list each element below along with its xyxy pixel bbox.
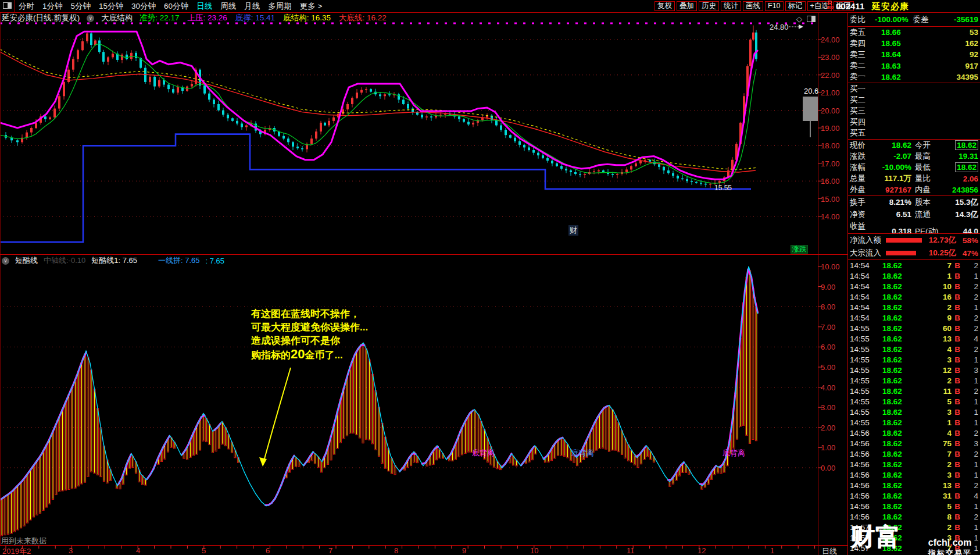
menu-period-3[interactable]: 15分钟: [99, 1, 123, 12]
divergence-label: 底背离: [723, 448, 745, 458]
divergence-label: 底背离: [571, 448, 594, 458]
action-menu: 复权叠加历史统计画线F10标记+自选返回: [654, 1, 854, 11]
last-price-label: 20.6: [804, 87, 818, 95]
chart-title-bar: 延安必康(日线.前复权) ∨ 大底结构 准势: 22.17上压: 23.26底撑…: [2, 13, 387, 23]
subchart-collapse-icon[interactable]: ∨: [2, 257, 9, 265]
indicator-field-0: 准势: 22.17: [140, 13, 179, 23]
menu-period-4[interactable]: 30分钟: [131, 1, 156, 12]
top-menu-bar: 分时1分钟5分钟15分钟30分钟60分钟日线周线月线多周期更多 > 复权叠加历史…: [0, 0, 980, 13]
menu-period-9[interactable]: 多周期: [268, 1, 292, 12]
subchart-axis-field: 中轴线:-0.10: [44, 255, 85, 266]
future-data-note: 用到未来数据: [1, 536, 47, 546]
stock-name: 延安必康: [872, 1, 909, 12]
menu-period-8[interactable]: 月线: [244, 1, 260, 12]
menu-action-4[interactable]: 画线: [743, 1, 763, 11]
diamond-icon[interactable]: ◇: [796, 15, 802, 23]
menu-period-1[interactable]: 1分钟: [42, 1, 63, 12]
menu-action-5[interactable]: F10: [765, 1, 784, 11]
menu-action-3[interactable]: 统计: [721, 1, 741, 11]
chart-corner-icons: ◇: [796, 15, 816, 23]
divergence-label: 底背离: [472, 448, 495, 458]
subchart-header: ∨ 短酷线 中轴线:-0.10 短酷线1: 7.65 一线拼: 7.65 : 7…: [2, 256, 224, 265]
annotation-note: 有这图在蓝线时不操作， 可最大程度避免你误操作... 造成误操作可不是你 购指标…: [251, 307, 368, 362]
menu-action-2[interactable]: 历史: [699, 1, 719, 11]
layout-split-icon[interactable]: [3, 2, 12, 9]
indicator-collapse-icon[interactable]: ∨: [87, 15, 94, 22]
change-toggle-button[interactable]: 涨跌: [791, 245, 808, 254]
subchart-name[interactable]: 短酷线: [15, 255, 38, 266]
stock-code: 002411: [836, 1, 864, 11]
cfchi-logo: 财富池 cfchi.com 指标交易平台: [850, 521, 980, 555]
logo-domain: cfchi.com: [928, 538, 972, 547]
indicator-field-3: 底结构: 16.35: [283, 13, 331, 23]
peak-price-label: 24.80: [770, 23, 789, 31]
menu-period-6[interactable]: 日线: [196, 1, 212, 12]
window-split-icon[interactable]: [807, 16, 816, 22]
menu-period-0[interactable]: 分时: [19, 1, 34, 12]
trading-terminal: 分时1分钟5分钟15分钟30分钟60分钟日线周线月线多周期更多 > 复权叠加历史…: [0, 0, 980, 555]
charts-canvas: [0, 0, 980, 555]
indicator-field-2: 底撑: 15.41: [235, 13, 275, 23]
menu-period-5[interactable]: 60分钟: [164, 1, 188, 12]
logo-subtitle: 指标交易平台: [928, 549, 972, 555]
menu-action-0[interactable]: 复权: [654, 1, 675, 11]
menu-period-2[interactable]: 5分钟: [71, 1, 91, 12]
subchart-field1: 短酷线1: 7.65: [91, 255, 137, 266]
support-price-label: 15.55: [714, 184, 732, 192]
menu-action-6[interactable]: 标记: [785, 1, 806, 11]
subchart-field3: : 7.65: [206, 257, 225, 265]
menu-divider: [14, 0, 15, 12]
indicator-field-4: 大底线: 16.22: [339, 13, 387, 23]
menu-period-7[interactable]: 周线: [220, 1, 236, 12]
period-menu: 分时1分钟5分钟15分钟30分钟60分钟日线周线月线多周期更多 >: [19, 0, 322, 12]
instrument-title: 延安必康(日线.前复权): [2, 13, 80, 23]
subchart-field2: 一线拼: 7.65: [158, 255, 200, 266]
cai-watermark: 财: [568, 225, 578, 236]
r300-badge: R 300: [826, 1, 834, 10]
indicator-values: 准势: 22.17上压: 23.26底撑: 15.41底结构: 16.35大底线…: [140, 13, 386, 23]
menu-action-1[interactable]: 叠加: [677, 1, 697, 11]
menu-period-10[interactable]: 更多 >: [300, 1, 323, 12]
indicator-name[interactable]: 大底结构: [101, 13, 133, 23]
indicator-field-1: 上压: 23.26: [188, 13, 227, 23]
logo-title: 财富池: [850, 521, 925, 555]
